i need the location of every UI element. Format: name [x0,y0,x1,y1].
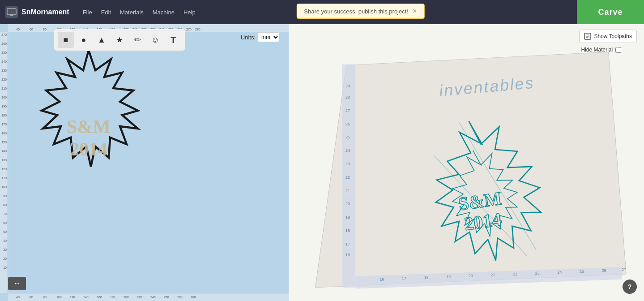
menu-edit[interactable]: Edit [97,6,115,18]
hide-material-label-text: Hide Material [581,47,613,53]
star-tool[interactable]: ★ [111,32,128,48]
svg-text:21: 21 [345,189,350,193]
svg-text:27: 27 [622,267,626,272]
menu-file[interactable]: File [78,6,97,18]
ruler-left: 270 260 250 240 230 220 210 200 190 180 … [0,32,8,293]
right-toolbar: Show Toolpaths Hide Material [579,30,637,53]
preview-3d-panel: Show Toolpaths Hide Material inventables… [289,24,644,301]
app-logo: SnMornament [5,6,69,18]
ruler-bottom: 40 60 80 100 120 140 160 180 200 220 240… [8,293,289,301]
3d-preview-canvas: inventables 29 28 27 26 25 24 23 22 21 2… [289,24,644,301]
svg-text:20: 20 [345,202,350,206]
ornament-design: S&M 2014 [13,46,165,207]
svg-text:16: 16 [345,253,350,257]
main-content: ■ ● ▲ ★ ✏ ☺ T Units: mm in 270 260 250 2… [0,24,644,301]
svg-text:23: 23 [535,271,540,275]
svg-text:27: 27 [345,108,350,113]
svg-text:24: 24 [557,270,562,275]
circle-tool[interactable]: ● [76,32,92,48]
units-selector: Units: mm in [241,32,280,42]
text-tool[interactable]: T [165,32,181,48]
svg-rect-0 [7,9,16,15]
svg-text:28: 28 [345,95,350,99]
svg-text:19: 19 [446,275,451,279]
svg-text:S&M: S&M [67,116,111,137]
units-label: Units: [241,34,256,41]
notification-banner: Share your success, publish this project… [296,4,424,19]
svg-text:17: 17 [345,242,350,246]
help-button[interactable]: ? [623,280,637,294]
svg-rect-2 [10,15,13,16]
svg-text:29: 29 [345,84,350,88]
svg-text:17: 17 [402,276,406,281]
emoji-tool[interactable]: ☺ [147,32,163,48]
svg-rect-1 [9,14,15,15]
toolpaths-icon [584,33,591,40]
show-toolpaths-label: Show Toolpaths [594,33,632,39]
svg-text:24: 24 [345,148,350,153]
flip-button[interactable]: ↔ [8,277,26,290]
svg-text:22: 22 [513,272,517,276]
show-toolpaths-button[interactable]: Show Toolpaths [579,30,637,43]
svg-text:2014: 2014 [70,139,107,159]
app-title: SnMornament [21,8,69,16]
svg-text:25: 25 [345,135,350,139]
svg-text:26: 26 [601,268,606,273]
top-bar: SnMornament File Edit Materials Machine … [0,0,644,24]
menu-bar: File Edit Materials Machine Help [78,6,200,18]
hide-material-checkbox[interactable] [615,47,621,53]
pen-tool[interactable]: ✏ [129,32,145,48]
logo-icon [5,6,18,18]
menu-machine[interactable]: Machine [148,6,179,18]
3d-preview-svg: inventables 29 28 27 26 25 24 23 22 21 2… [289,24,644,301]
svg-text:26: 26 [345,122,350,126]
svg-text:22: 22 [345,175,350,180]
svg-text:18: 18 [424,275,428,280]
menu-help[interactable]: Help [179,6,200,18]
hide-material-control: Hide Material [579,47,637,53]
design-canvas-panel: ■ ● ▲ ★ ✏ ☺ T Units: mm in 270 260 250 2… [0,24,289,301]
rectangle-tool[interactable]: ■ [58,32,74,48]
units-select[interactable]: mm in [257,32,280,42]
svg-text:25: 25 [580,269,584,274]
svg-text:19: 19 [345,215,350,219]
drawing-toolbar: ■ ● ▲ ★ ✏ ☺ T [54,29,185,51]
notification-text: Share your success, publish this project… [304,8,408,15]
canvas-area[interactable]: S&M 2014 [8,32,289,293]
svg-text:18: 18 [345,228,350,233]
menu-materials[interactable]: Materials [115,6,148,18]
svg-text:21: 21 [490,273,495,277]
carve-button[interactable]: Carve [577,0,644,24]
svg-text:16: 16 [380,277,384,282]
triangle-tool[interactable]: ▲ [94,32,110,48]
notification-close-button[interactable]: × [413,8,417,15]
svg-text:23: 23 [345,162,350,166]
svg-text:20: 20 [469,274,473,278]
